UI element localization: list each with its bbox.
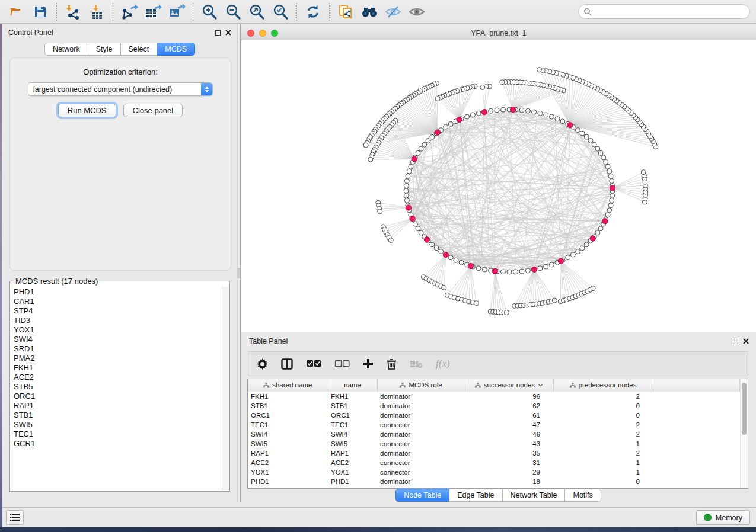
table-row[interactable]: PHD1PHD1dominator180 xyxy=(248,477,740,486)
tab-network[interactable]: Network xyxy=(44,43,88,56)
mcds-result-item[interactable]: TEC1 xyxy=(14,430,219,439)
column-header-successor-nodes[interactable]: successor nodes xyxy=(465,379,553,392)
toolbar-separator xyxy=(113,3,113,21)
table-row[interactable]: FKH1FKH1dominator962 xyxy=(248,392,740,401)
duplicate-network-button[interactable] xyxy=(335,2,356,21)
splitter-grip[interactable] xyxy=(238,268,240,278)
shared-column-icon xyxy=(475,383,481,388)
export-image-button[interactable] xyxy=(166,2,187,21)
mcds-tab-content: Optimization criterion: largest connecte… xyxy=(9,57,231,271)
zoom-fit-button[interactable] xyxy=(246,2,267,21)
tab-mcds[interactable]: MCDS xyxy=(157,43,195,56)
mcds-result-item[interactable]: SWI5 xyxy=(14,420,219,430)
column-header-mcds-role[interactable]: MCDS role xyxy=(377,379,465,392)
tab-edge-table[interactable]: Edge Table xyxy=(449,489,502,502)
open-icon xyxy=(9,4,24,20)
table-scrollbar[interactable] xyxy=(740,379,748,488)
refresh-icon xyxy=(305,4,321,20)
add-column-icon[interactable] xyxy=(363,358,374,369)
run-mcds-button[interactable]: Run MCDS xyxy=(58,104,116,117)
import-network-button[interactable] xyxy=(62,2,84,21)
mcds-list-scrollbar[interactable] xyxy=(222,287,228,490)
show-details-button[interactable] xyxy=(406,2,428,21)
table-row[interactable]: ACE2ACE2connector311 xyxy=(248,458,740,467)
zoom-in-icon xyxy=(201,4,218,20)
table-row[interactable]: SWI5SWI5connector431 xyxy=(248,439,740,448)
task-history-button[interactable] xyxy=(6,510,24,525)
tab-node-table[interactable]: Node Table xyxy=(395,489,449,502)
shared-column-icon xyxy=(570,383,576,388)
binoculars-button[interactable] xyxy=(359,2,380,21)
table-header-row: shared name name MCDS role successor nod… xyxy=(248,379,740,392)
network-search[interactable] xyxy=(578,4,750,19)
dropdown-stepper-icon xyxy=(201,83,212,95)
export-network-button[interactable] xyxy=(119,2,140,21)
table-panel-title: Table Panel xyxy=(249,337,288,345)
refresh-button[interactable] xyxy=(302,2,324,21)
column-header-shared-name[interactable]: shared name xyxy=(248,379,328,392)
tab-style[interactable]: Style xyxy=(88,43,121,56)
zoom-fit-icon xyxy=(248,4,265,20)
mcds-result-item[interactable]: SRD1 xyxy=(14,344,219,354)
zoom-selected-button[interactable] xyxy=(270,2,291,21)
select-all-icon[interactable] xyxy=(306,360,321,368)
network-window: YPA_prune.txt_1 xyxy=(241,27,756,332)
delete-column-icon[interactable] xyxy=(387,358,397,370)
zoom-out-button[interactable] xyxy=(222,2,244,21)
memory-button[interactable]: Memory xyxy=(696,510,750,525)
close-panel-icon[interactable] xyxy=(225,30,231,36)
mcds-result-item[interactable]: YOX1 xyxy=(14,325,219,335)
mcds-result-item[interactable]: ORC1 xyxy=(14,392,219,401)
float-table-panel-icon[interactable] xyxy=(733,339,738,344)
mcds-result-list[interactable]: PHD1CAR1STP4TID3YOX1SWI4SRD1PMA2FKH1ACE2… xyxy=(11,287,222,490)
mcds-result-item[interactable]: PMA2 xyxy=(14,354,219,363)
criterion-dropdown[interactable]: largest connected component (undirected) xyxy=(28,82,213,96)
save-button[interactable] xyxy=(30,2,51,21)
network-window-titlebar[interactable]: YPA_prune.txt_1 xyxy=(241,27,756,40)
export-table-button[interactable] xyxy=(142,2,164,21)
mcds-result-item[interactable]: STP4 xyxy=(14,306,219,316)
table-toolbar: f(x) xyxy=(248,351,748,376)
criterion-selected-value: largest connected component (undirected) xyxy=(28,85,201,94)
mcds-result-item[interactable]: ACE2 xyxy=(14,373,219,382)
table-settings-gear-icon[interactable] xyxy=(257,358,268,370)
mcds-result-item[interactable]: GCR1 xyxy=(14,439,219,448)
mcds-result-item[interactable]: PHD1 xyxy=(14,287,219,297)
network-canvas[interactable] xyxy=(241,40,756,332)
hide-details-button[interactable] xyxy=(382,2,404,21)
network-window-title: YPA_prune.txt_1 xyxy=(241,29,756,37)
open-button[interactable] xyxy=(6,2,27,21)
column-header-predecessor-nodes[interactable]: predecessor nodes xyxy=(553,379,653,392)
mcds-result-item[interactable]: FKH1 xyxy=(14,363,219,373)
mcds-result-item[interactable]: STB5 xyxy=(14,382,219,392)
desktop-wallpaper-strip xyxy=(0,24,2,527)
close-panel-button[interactable]: Close panel xyxy=(123,104,183,117)
table-row[interactable]: SWI4SWI4dominator462 xyxy=(248,430,740,439)
mcds-result-item[interactable]: SWI4 xyxy=(14,335,219,344)
tab-network-table[interactable]: Network Table xyxy=(503,489,566,502)
sort-descending-icon xyxy=(538,383,543,387)
column-header-filler xyxy=(653,379,740,392)
import-table-button[interactable] xyxy=(86,2,107,21)
deselect-all-icon[interactable] xyxy=(334,360,350,368)
table-row[interactable]: STB1STB1dominator620 xyxy=(248,401,740,411)
mcds-result-item[interactable]: RAP1 xyxy=(14,401,219,411)
column-header-name[interactable]: name xyxy=(328,379,377,392)
search-input[interactable] xyxy=(595,8,745,16)
status-bar: Memory xyxy=(0,507,756,527)
tab-motifs[interactable]: Motifs xyxy=(565,489,601,502)
table-row[interactable]: RAP1RAP1dominator352 xyxy=(248,448,740,458)
mcds-result-item[interactable]: CAR1 xyxy=(14,297,219,306)
close-table-panel-icon[interactable] xyxy=(743,338,749,344)
zoom-in-button[interactable] xyxy=(199,2,220,21)
table-row[interactable]: TEC1TEC1connector472 xyxy=(248,420,740,430)
column-layout-icon[interactable] xyxy=(281,358,293,370)
table-scrollbar-thumb[interactable] xyxy=(742,383,747,435)
mcds-result-item[interactable]: STB1 xyxy=(14,411,219,420)
table-row[interactable]: YOX1YOX1connector291 xyxy=(248,467,740,477)
mcds-result-item[interactable]: TID3 xyxy=(14,316,219,325)
tab-select[interactable]: Select xyxy=(121,43,158,56)
float-panel-icon[interactable] xyxy=(215,30,221,36)
function-builder-button-disabled: f(x) xyxy=(436,358,450,370)
table-row[interactable]: ORC1ORC1dominator610 xyxy=(248,411,740,420)
